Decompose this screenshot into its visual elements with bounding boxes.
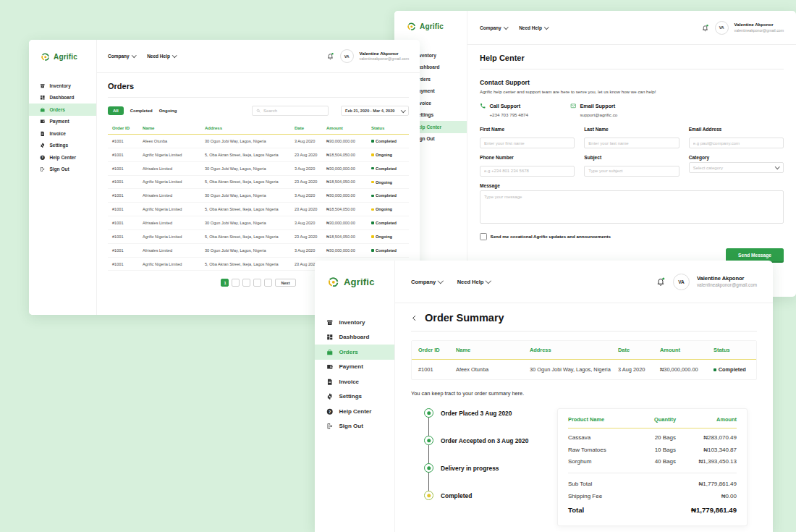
sub-total-row: Sub Total ₦1,779,861.49 <box>568 478 737 490</box>
topbar: Company Need Help VA Valentine Akponor v… <box>97 40 420 73</box>
products-body: Cassava 20 Bags ₦283,070.49 Raw Tomatoes… <box>568 428 737 468</box>
col-status: Status <box>371 126 405 130</box>
need-help-menu[interactable]: Need Help <box>457 279 491 285</box>
sidebar-item-label: Help Center <box>339 408 372 415</box>
sidebar-item-dashboard[interactable]: Dashboard <box>315 330 394 345</box>
sidebar-item-invoice[interactable]: Invoice <box>315 374 394 389</box>
signout-icon <box>40 166 46 172</box>
order-row[interactable]: #1001 Afeex Otunba 30 Ogun Jobi Way, Lag… <box>108 135 409 148</box>
chevron-down-icon <box>486 278 491 284</box>
filter-all[interactable]: All <box>108 106 124 115</box>
company-menu[interactable]: Company <box>411 279 443 285</box>
desktop-background: Agrific Inventory Dashboard Orders Pa <box>0 0 796 532</box>
user-email: valentineakponor@gmail.com <box>734 28 784 33</box>
dashboard-icon <box>40 95 46 101</box>
back-icon[interactable] <box>411 315 418 321</box>
avatar[interactable]: VA <box>340 49 354 63</box>
email-field-group: Email Address <box>689 127 784 148</box>
order-row[interactable]: #1001 Agrific Nigeria Limited 5, Oba Akr… <box>108 230 409 244</box>
invoice-icon <box>326 379 334 386</box>
need-help-menu[interactable]: Need Help <box>519 25 548 30</box>
bell-icon[interactable] <box>656 276 666 287</box>
category-select[interactable]: Select category <box>689 162 784 173</box>
need-help-menu[interactable]: Need Help <box>147 54 176 59</box>
col-product-name: Product Name <box>568 416 631 423</box>
sidebar-item-help-center[interactable]: ? Help Center <box>29 151 96 164</box>
order-row[interactable]: #1001 Agrific Nigeria Limited 5, Oba Akr… <box>108 203 409 216</box>
page-button-7[interactable] <box>253 279 261 287</box>
summary-table: Order ID Name Address Date Amount Status… <box>411 340 757 380</box>
order-row[interactable]: #1001 Agrific Nigeria Limited 5, Oba Akr… <box>108 176 409 190</box>
timeline-marker-icon <box>424 408 433 418</box>
sidebar-nav: Inventory Dashboard Orders Payment Invoi… <box>29 80 96 175</box>
sidebar-item-orders[interactable]: Orders <box>29 104 96 116</box>
order-row[interactable]: #1001 Afrisales Limited 30 Ogun Jobi Way… <box>108 162 409 176</box>
sidebar-item-invoice[interactable]: Invoice <box>29 127 96 140</box>
sidebar-item-payment[interactable]: Payment <box>29 116 96 128</box>
sidebar-item-settings[interactable]: Settings <box>315 389 394 405</box>
sidebar-item-sign-out[interactable]: Sign Out <box>315 419 394 434</box>
contact-support-subtext: Agrific help center and support team are… <box>480 89 784 94</box>
sidebar-item-sign-out[interactable]: Sign Out <box>29 164 96 176</box>
bell-icon[interactable] <box>701 24 709 32</box>
search-input[interactable]: Search <box>252 106 329 116</box>
order-row[interactable]: #1001 Agrific Nigeria Limited 5, Oba Akr… <box>108 148 409 162</box>
order-row[interactable]: #1001 Afrisales Limited 30 Ogun Jobi Way… <box>108 216 409 230</box>
first-name-field[interactable] <box>480 138 575 148</box>
last-name-field-group: Last Name <box>584 127 679 148</box>
order-row[interactable]: #1001 Afrisales Limited 30 Ogun Jobi Way… <box>108 244 409 258</box>
page-button-current[interactable]: 1 <box>221 279 229 287</box>
sidebar-item-settings[interactable]: Settings <box>29 140 96 152</box>
avatar[interactable]: VA <box>715 21 729 35</box>
chevron-down-icon <box>401 108 405 112</box>
avatar[interactable]: VA <box>673 274 690 290</box>
bell-icon[interactable] <box>326 52 334 60</box>
timeline-label: Delivery in progress <box>441 465 499 472</box>
timeline-step-completed: Completed <box>424 491 528 500</box>
svg-text:?: ? <box>329 409 331 413</box>
order-row[interactable]: #1001 Afrisales Limited 30 Ogun Jobi Way… <box>108 189 409 203</box>
phone-field-group: Phone Number <box>480 155 575 177</box>
sidebar-item-inventory[interactable]: Inventory <box>29 80 96 92</box>
sidebar-item-orders[interactable]: Orders <box>315 345 394 360</box>
sidebar-item-label: Orders <box>50 107 65 112</box>
updates-checkbox-row[interactable]: Send me occational Agrific updates and a… <box>480 233 784 240</box>
invoice-icon <box>40 131 46 137</box>
filter-completed[interactable]: Completed <box>130 109 153 113</box>
message-field[interactable] <box>480 190 784 224</box>
page-button-8[interactable] <box>264 279 272 287</box>
sidebar-item-label: Payment <box>50 119 69 124</box>
page-button-5[interactable] <box>232 279 240 287</box>
shipping-fee-row: Shipping Fee ₦0.00 <box>568 490 737 502</box>
company-menu[interactable]: Company <box>108 54 135 59</box>
phone-field[interactable] <box>480 166 575 177</box>
next-page-button[interactable]: Next <box>275 279 295 287</box>
last-name-field[interactable] <box>584 138 679 148</box>
sidebar-item-inventory[interactable]: Inventory <box>315 315 394 330</box>
contact-support-heading: Contact Support <box>480 79 784 86</box>
help-icon: ? <box>326 408 334 415</box>
chevron-down-icon <box>438 278 444 284</box>
subject-field[interactable] <box>584 166 679 177</box>
sidebar-item-help-center[interactable]: ? Help Center <box>315 404 394 419</box>
sidebar-item-label: Sign Out <box>339 423 363 429</box>
timeline-step-order-accepted-on-3-aug-2020: Order Accepted on 3 Aug 2020 <box>424 436 528 445</box>
company-menu[interactable]: Company <box>480 25 507 30</box>
sidebar-item-dashboard[interactable]: Dashboard <box>29 92 96 104</box>
first-name-label: First Name <box>480 127 575 132</box>
orders-icon <box>326 349 334 356</box>
settings-icon <box>40 143 46 148</box>
updates-checkbox[interactable] <box>480 233 487 240</box>
user-name: Valentine Akponor <box>697 275 757 282</box>
company-menu-label: Company <box>480 25 501 30</box>
email-field[interactable] <box>689 138 784 148</box>
page-button-6[interactable] <box>242 279 250 287</box>
col-status: Status <box>714 347 750 353</box>
user-meta: Valentine Akponor valentineakponor@gmail… <box>697 275 757 289</box>
topbar: Company Need Help VA Valentine Akponor v… <box>467 11 796 45</box>
sidebar-item-payment[interactable]: Payment <box>315 360 394 375</box>
timeline-label: Order Accepted on 3 Aug 2020 <box>441 437 528 444</box>
order-row[interactable]: #1001 Afeex Otunba 30 Ogun Jobi Way, Lag… <box>412 360 756 379</box>
date-range-picker[interactable]: Feb 21, 2020 - Mar 4, 2020 <box>341 106 409 116</box>
filter-ongoing[interactable]: Ongoing <box>159 109 177 113</box>
